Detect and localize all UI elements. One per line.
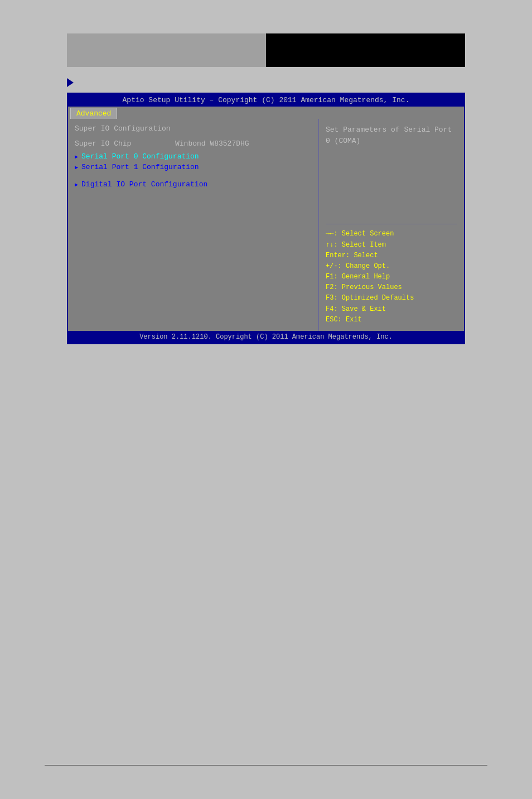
bios-title: Aptio Setup Utility – Copyright (C) 2011… [123,96,410,104]
chip-row: Super IO Chip Winbond W83527DHG [75,139,312,148]
help-text: Set Parameters of Serial Port 0 (COMA) [326,124,457,219]
top-bar-right [266,33,465,67]
bottom-line [45,765,487,766]
menu-item-serial-port-1[interactable]: Serial Port 1 Configuration [75,163,312,171]
menu-item-digital-io[interactable]: Digital IO Port Configuration [75,180,312,189]
bios-footer-text: Version 2.11.1210. Copyright (C) 2011 Am… [139,333,393,341]
help-divider [326,224,457,224]
bios-title-bar: Aptio Setup Utility – Copyright (C) 2011… [68,94,464,107]
key-f2: F2: Previous Values [326,282,457,293]
chip-value: Winbond W83527DHG [175,139,249,148]
chip-label: Super IO Chip [75,139,175,148]
menu-spacer [75,174,312,178]
key-select-screen: →←: Select Screen [326,229,457,239]
bios-left-panel: Super IO Configuration Super IO Chip Win… [68,119,319,331]
bios-container: Aptio Setup Utility – Copyright (C) 2011… [67,93,465,344]
key-help: →←: Select Screen ↑↓: Select Item Enter:… [326,229,457,325]
key-change-opt: +/-: Change Opt. [326,261,457,272]
bios-content: Super IO Configuration Super IO Chip Win… [68,119,464,331]
section-title: Super IO Configuration [75,124,312,133]
tab-advanced[interactable]: Advanced [70,108,117,119]
bios-footer: Version 2.11.1210. Copyright (C) 2011 Am… [68,331,464,343]
bios-tabs: Advanced [68,107,464,119]
top-bar-left [67,33,266,67]
key-f3: F3: Optimized Defaults [326,293,457,304]
arrow-section [67,78,465,87]
arrow-right-icon [67,78,74,87]
key-select-item: ↑↓: Select Item [326,240,457,251]
top-bar [67,33,465,67]
menu-item-serial-port-0[interactable]: Serial Port 0 Configuration [75,152,312,161]
key-f4: F4: Save & Exit [326,304,457,315]
key-enter: Enter: Select [326,251,457,261]
key-f1: F1: General Help [326,272,457,282]
bios-right-panel: Set Parameters of Serial Port 0 (COMA) →… [319,119,464,331]
key-esc: ESC: Exit [326,315,457,325]
